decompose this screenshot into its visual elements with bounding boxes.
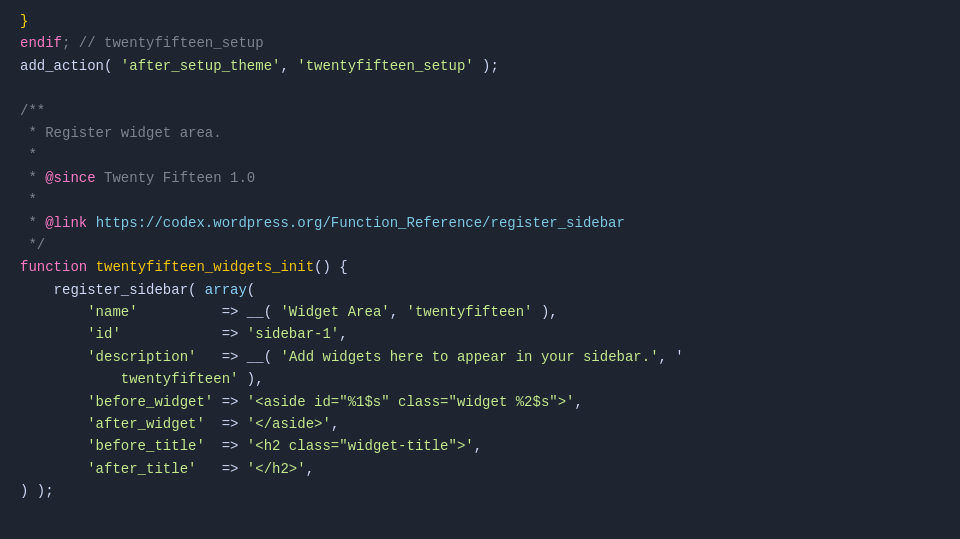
code-token: register_sidebar xyxy=(20,279,188,301)
code-line: endif; // twentyfifteen_setup xyxy=(0,32,960,54)
code-line: function twentyfifteen_widgets_init() { xyxy=(0,256,960,278)
code-line: 'after_title' => '</h2>', xyxy=(0,458,960,480)
code-line: 'before_widget' => '<aside id="%1$s" cla… xyxy=(0,391,960,413)
code-line: * Register widget area. xyxy=(0,122,960,144)
code-token: twentyfifteen' xyxy=(20,368,238,390)
code-token: __( xyxy=(247,346,272,368)
code-token: */ xyxy=(20,234,45,256)
code-token: , xyxy=(306,458,314,480)
code-token: * xyxy=(20,167,45,189)
code-line: add_action( 'after_setup_theme', 'twenty… xyxy=(0,55,960,77)
code-token: /** xyxy=(20,100,45,122)
code-token: * Register widget area. xyxy=(20,122,222,144)
code-line: * @since Twenty Fifteen 1.0 xyxy=(0,167,960,189)
code-token: => xyxy=(196,346,246,368)
code-line: 'description' => __( 'Add widgets here t… xyxy=(0,346,960,368)
code-line: * xyxy=(0,144,960,166)
code-token: 'before_widget' xyxy=(20,391,213,413)
code-token: , xyxy=(339,323,347,345)
code-token: 'before_title' xyxy=(20,435,205,457)
code-token: 'description' xyxy=(20,346,196,368)
code-token: => xyxy=(196,458,246,480)
code-line: ) ); xyxy=(0,480,960,502)
code-token: => xyxy=(205,435,247,457)
code-token: function xyxy=(20,256,87,278)
code-token: 'after_setup_theme' xyxy=(121,55,281,77)
code-token: '<aside id="%1$s" class="widget %2$s">' xyxy=(247,391,575,413)
code-token: 'sidebar-1' xyxy=(247,323,339,345)
code-token: '</h2>' xyxy=(247,458,306,480)
code-token: => xyxy=(213,391,247,413)
code-token: Twenty Fifteen 1.0 xyxy=(96,167,256,189)
code-token: @link xyxy=(45,212,87,234)
code-token: ), xyxy=(238,368,263,390)
code-token: __( xyxy=(247,301,272,323)
code-token: ( xyxy=(188,279,205,301)
code-token: 'Add widgets here to appear in your side… xyxy=(272,346,658,368)
code-line: * @link https://codex.wordpress.org/Func… xyxy=(0,212,960,234)
code-token: => xyxy=(121,323,247,345)
code-line: 'before_title' => '<h2 class="widget-tit… xyxy=(0,435,960,457)
code-line: 'name' => __( 'Widget Area', 'twentyfift… xyxy=(0,301,960,323)
code-token: ); xyxy=(474,55,499,77)
code-line: register_sidebar( array( xyxy=(0,279,960,301)
code-token: * xyxy=(20,189,37,211)
code-token: https://codex.wordpress.org/Function_Ref… xyxy=(87,212,625,234)
code-token: add_action xyxy=(20,55,104,77)
code-token: 'id' xyxy=(20,323,121,345)
code-token: } xyxy=(20,10,28,32)
code-token: ( xyxy=(247,279,255,301)
code-token: 'name' xyxy=(20,301,138,323)
code-token: ( xyxy=(104,55,121,77)
code-token: , xyxy=(474,435,482,457)
code-token: , xyxy=(390,301,407,323)
code-token: ), xyxy=(533,301,558,323)
code-token: 'after_title' xyxy=(20,458,196,480)
code-line: * xyxy=(0,189,960,211)
code-token: * xyxy=(20,212,45,234)
code-token: => xyxy=(138,301,247,323)
code-line: 'id' => 'sidebar-1', xyxy=(0,323,960,345)
code-token: => xyxy=(205,413,247,435)
code-token: twentyfifteen_widgets_init xyxy=(96,256,314,278)
code-editor: }endif; // twentyfifteen_setupadd_action… xyxy=(0,0,960,539)
code-token: @since xyxy=(45,167,95,189)
code-token: '<h2 class="widget-title">' xyxy=(247,435,474,457)
code-token: '</aside>' xyxy=(247,413,331,435)
code-line xyxy=(0,77,960,99)
code-token: , xyxy=(331,413,339,435)
code-token: * xyxy=(20,144,37,166)
code-line: /** xyxy=(0,100,960,122)
code-token: , xyxy=(575,391,583,413)
code-token: () { xyxy=(314,256,348,278)
code-token: , ' xyxy=(659,346,684,368)
code-token: array xyxy=(205,279,247,301)
code-token: 'twentyfifteen_setup' xyxy=(297,55,473,77)
code-token xyxy=(87,256,95,278)
code-token: 'Widget Area' xyxy=(272,301,390,323)
code-line: */ xyxy=(0,234,960,256)
code-token: endif xyxy=(20,32,62,54)
code-token: , xyxy=(280,55,297,77)
code-token: ; // twentyfifteen_setup xyxy=(62,32,264,54)
code-token: 'after_widget' xyxy=(20,413,205,435)
code-line: 'after_widget' => '</aside>', xyxy=(0,413,960,435)
code-token: 'twentyfifteen' xyxy=(407,301,533,323)
code-line: twentyfifteen' ), xyxy=(0,368,960,390)
code-token: ) ); xyxy=(20,480,54,502)
code-line: } xyxy=(0,10,960,32)
